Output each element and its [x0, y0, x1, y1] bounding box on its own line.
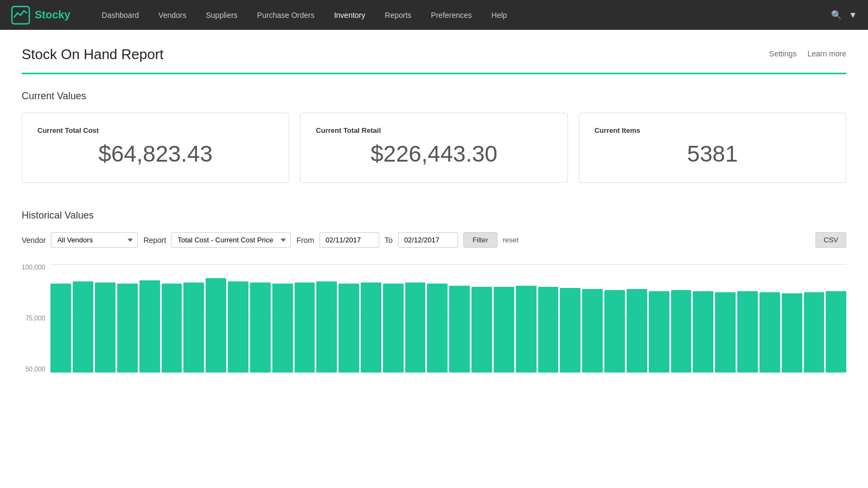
chart-bar: [295, 282, 315, 373]
from-label: From: [296, 236, 314, 245]
historical-values-title: Historical Values: [22, 210, 846, 221]
stat-card-current-items-label: Current Items: [595, 126, 831, 134]
chart-bar: [139, 280, 160, 373]
chart-bar: [117, 284, 138, 373]
learn-more-link[interactable]: Learn more: [807, 49, 846, 58]
chart-bar: [649, 291, 669, 373]
chart-bar: [560, 288, 580, 373]
chart-bar: [339, 284, 359, 373]
chart-bar: [627, 289, 647, 373]
to-date-input[interactable]: [398, 232, 458, 248]
reset-button[interactable]: reset: [503, 236, 519, 244]
page-header: Stock On Hand Report Settings Learn more: [22, 46, 846, 63]
chart-bar: [782, 293, 802, 373]
stat-card-total-cost-label: Current Total Cost: [37, 126, 273, 134]
chart-bars: [50, 264, 846, 373]
to-label: To: [385, 236, 393, 245]
stat-card-total-retail-label: Current Total Retail: [316, 126, 552, 134]
nav-suppliers[interactable]: Suppliers: [196, 0, 247, 30]
chart-bar: [405, 282, 426, 373]
vendor-select[interactable]: All Vendors: [51, 232, 138, 248]
nav-dashboard[interactable]: Dashboard: [92, 0, 149, 30]
current-values-title: Current Values: [22, 91, 846, 102]
chart-bars-wrapper: [50, 264, 846, 373]
nav-help[interactable]: Help: [482, 0, 517, 30]
chart-bar: [737, 291, 758, 373]
teal-divider: [22, 73, 846, 74]
report-select[interactable]: Total Cost - Current Cost Price: [171, 232, 291, 248]
stat-cards: Current Total Cost $64,823.43 Current To…: [22, 113, 846, 183]
caret-down-icon[interactable]: ▼: [848, 10, 857, 20]
chart-bar: [604, 290, 625, 373]
chart-bar: [162, 284, 182, 373]
chart-bar: [826, 291, 846, 373]
nav-vendors[interactable]: Vendors: [149, 0, 196, 30]
stat-card-current-items: Current Items 5381: [579, 113, 846, 183]
csv-button[interactable]: CSV: [815, 232, 846, 248]
navbar: Stocky Dashboard Vendors Suppliers Purch…: [0, 0, 868, 30]
page-header-actions: Settings Learn more: [769, 49, 846, 58]
nav-links: Dashboard Vendors Suppliers Purchase Ord…: [92, 0, 832, 30]
settings-link[interactable]: Settings: [769, 49, 797, 58]
chart-y-label-100k: 100,000: [22, 264, 45, 271]
chart-bar: [516, 286, 537, 373]
chart-bar: [671, 290, 692, 373]
main-content: Stock On Hand Report Settings Learn more…: [0, 30, 868, 373]
logo[interactable]: Stocky: [11, 5, 71, 25]
chart-bar: [449, 286, 470, 373]
chart-bar: [383, 284, 404, 373]
nav-preferences[interactable]: Preferences: [421, 0, 481, 30]
chart-bar: [582, 289, 603, 373]
chart-bar: [538, 287, 559, 373]
nav-reports[interactable]: Reports: [375, 0, 421, 30]
chart-bar: [73, 281, 93, 373]
chart-bar: [804, 292, 825, 373]
chart-bar: [206, 278, 226, 373]
filter-button[interactable]: Filter: [463, 232, 497, 248]
filter-row: Vendor All Vendors Report Total Cost - C…: [22, 232, 846, 248]
chart-bar: [316, 281, 337, 373]
chart-y-labels: 100,000 75,000 50,000: [22, 264, 45, 373]
chart-bar: [183, 282, 204, 373]
stat-card-total-cost: Current Total Cost $64,823.43: [22, 113, 289, 183]
vendor-label: Vendor: [22, 236, 46, 245]
chart-bar: [494, 287, 514, 373]
chart-bar: [715, 292, 736, 373]
nav-purchase-orders[interactable]: Purchase Orders: [247, 0, 324, 30]
chart-bar: [760, 292, 780, 373]
from-date-input[interactable]: [320, 232, 379, 248]
chart-y-label-50k: 50,000: [22, 366, 45, 373]
stat-card-current-items-value: 5381: [595, 141, 831, 167]
nav-inventory[interactable]: Inventory: [324, 0, 375, 30]
chart-bar: [693, 291, 713, 373]
chart-bar: [50, 284, 71, 373]
chart-container: 100,000 75,000 50,000: [22, 264, 846, 373]
logo-text: Stocky: [35, 9, 71, 21]
search-icon[interactable]: 🔍: [831, 10, 842, 20]
chart-bar: [471, 287, 492, 373]
chart-bar: [250, 282, 271, 373]
stat-card-total-retail: Current Total Retail $226,443.30: [300, 113, 567, 183]
chart-bar: [361, 282, 381, 373]
page-title: Stock On Hand Report: [22, 46, 164, 63]
chart-bar: [228, 281, 248, 373]
chart-y-label-75k: 75,000: [22, 315, 45, 322]
logo-icon: [11, 5, 30, 25]
nav-right: 🔍 ▼: [831, 10, 857, 20]
stat-card-total-cost-value: $64,823.43: [37, 141, 273, 167]
stat-card-total-retail-value: $226,443.30: [316, 141, 552, 167]
report-label: Report: [143, 236, 166, 245]
chart-bar: [427, 284, 448, 373]
chart-bar: [95, 282, 116, 373]
chart-bar: [272, 284, 293, 373]
